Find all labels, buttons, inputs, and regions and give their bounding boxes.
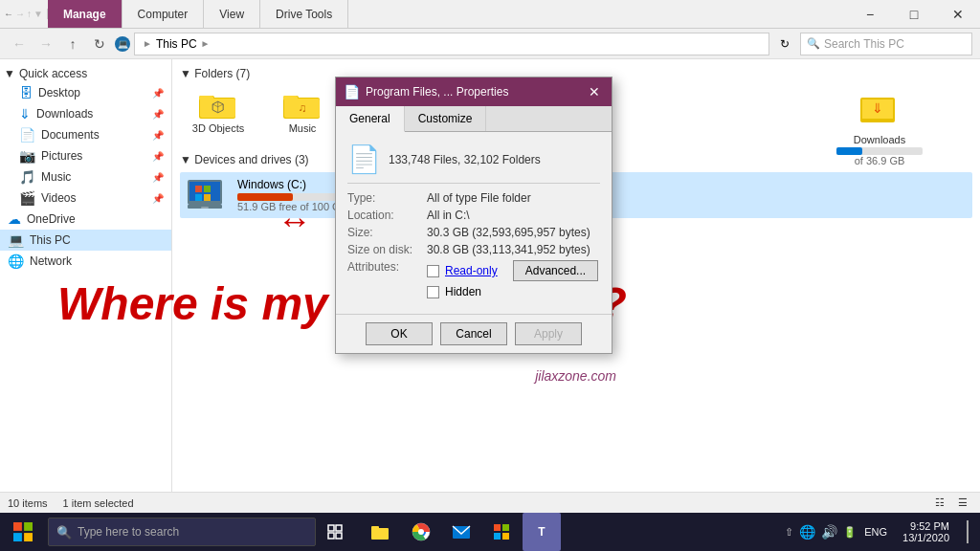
- svg-rect-27: [24, 533, 33, 541]
- svg-point-36: [418, 529, 424, 535]
- readonly-checkbox[interactable]: [427, 265, 439, 277]
- dialog-location-row: Location: All in C:\: [347, 209, 600, 222]
- dialog-overlay: 📄 Program Files, ... Properties ✕ Genera…: [0, 0, 980, 551]
- taskbar-chrome-icon[interactable]: [402, 513, 440, 551]
- taskbar-explorer-icon[interactable]: [362, 513, 400, 551]
- dialog-titlebar: 📄 Program Files, ... Properties ✕: [336, 77, 612, 106]
- tray-lang: ENG: [864, 526, 887, 538]
- svg-rect-33: [371, 526, 379, 530]
- svg-rect-26: [13, 533, 22, 541]
- chrome-icon: [412, 522, 431, 541]
- dialog-sizeondisk-row: Size on disk: 30.8 GB (33,113,341,952 by…: [347, 243, 600, 256]
- show-desktop-divider: [967, 520, 970, 543]
- start-button[interactable]: [0, 513, 46, 551]
- dialog-location-label: Location:: [347, 209, 419, 222]
- svg-rect-30: [328, 533, 334, 539]
- taskbar-search[interactable]: 🔍 Type here to search: [48, 518, 316, 546]
- network-tray-icon: 🌐: [799, 524, 815, 540]
- dialog-attributes: Read-only Advanced... Hidden: [427, 260, 598, 298]
- svg-rect-25: [24, 522, 33, 531]
- dialog-close-button[interactable]: ✕: [585, 84, 604, 99]
- dialog-size-row: Size: 30.3 GB (32,593,695,957 bytes): [347, 226, 600, 239]
- teams-letter: T: [538, 525, 545, 539]
- show-desktop-button[interactable]: [961, 513, 976, 551]
- dialog-file-icon: 📄: [347, 143, 381, 175]
- dialog-type-value: All of type File folder: [427, 191, 531, 205]
- battery-tray-icon: 🔋: [843, 526, 857, 539]
- windows-logo-icon: [13, 522, 33, 541]
- readonly-label[interactable]: Read-only: [445, 264, 498, 277]
- cancel-button[interactable]: Cancel: [440, 322, 507, 345]
- dialog-attr-label: Attributes:: [347, 260, 419, 298]
- dialog-attr-readonly: Read-only Advanced...: [427, 260, 598, 281]
- svg-rect-24: [13, 522, 22, 531]
- clock-date: 13/1/2020: [902, 532, 949, 543]
- dialog-buttons: OK Cancel Apply: [336, 314, 612, 353]
- dialog-title-icon: 📄: [344, 84, 360, 99]
- folder-icon: [371, 522, 390, 541]
- dialog-tab-general[interactable]: General: [336, 106, 405, 132]
- task-view-button[interactable]: [316, 513, 354, 551]
- svg-rect-38: [494, 524, 501, 531]
- dialog-sizeondisk-value: 30.8 GB (33,113,341,952 bytes): [427, 243, 590, 256]
- dialog-tab-customize[interactable]: Customize: [405, 106, 487, 131]
- task-view-icon: [327, 524, 343, 540]
- taskbar-search-icon: 🔍: [56, 525, 72, 540]
- dialog-location-value: All in C:\: [427, 209, 470, 222]
- svg-rect-41: [502, 533, 509, 540]
- taskbar-teams-icon[interactable]: T: [523, 513, 561, 551]
- apply-button[interactable]: Apply: [515, 322, 582, 345]
- svg-rect-39: [502, 524, 509, 531]
- taskbar: 🔍 Type here to search: [0, 513, 980, 551]
- dialog-size-label: Size:: [347, 226, 419, 239]
- clock-time: 9:52 PM: [902, 520, 949, 532]
- advanced-button[interactable]: Advanced...: [513, 260, 598, 281]
- taskbar-right: ⇧ 🌐 🔊 🔋 ENG 9:52 PM 13/1/2020: [785, 513, 980, 551]
- svg-rect-28: [328, 525, 334, 531]
- dialog-type-label: Type:: [347, 191, 419, 205]
- svg-rect-29: [336, 525, 342, 531]
- ok-button[interactable]: OK: [366, 322, 433, 345]
- hidden-label: Hidden: [445, 285, 481, 298]
- tray-up-arrow[interactable]: ⇧: [785, 526, 793, 539]
- dialog-tabs: General Customize: [336, 106, 612, 132]
- svg-rect-40: [494, 533, 501, 540]
- taskbar-clock[interactable]: 9:52 PM 13/1/2020: [895, 520, 957, 543]
- dialog-body: 📄 133,748 Files, 32,102 Folders Type: Al…: [336, 132, 612, 314]
- svg-rect-31: [336, 533, 342, 539]
- taskbar-search-text: Type here to search: [78, 525, 179, 539]
- dialog-attr-hidden: Hidden: [427, 285, 598, 298]
- system-tray: ⇧ 🌐 🔊 🔋: [785, 524, 857, 540]
- dialog-title: Program Files, ... Properties: [366, 85, 579, 99]
- dialog-sizeondisk-label: Size on disk:: [347, 243, 419, 256]
- dialog-type-row: Type: All of type File folder: [347, 191, 600, 205]
- dialog-attr-row: Attributes: Read-only Advanced... Hidden: [347, 260, 600, 298]
- dialog-file-info: 133,748 Files, 32,102 Folders: [389, 153, 541, 166]
- hidden-checkbox[interactable]: [427, 286, 439, 298]
- volume-tray-icon: 🔊: [821, 524, 837, 540]
- properties-dialog: 📄 Program Files, ... Properties ✕ Genera…: [335, 77, 612, 354]
- taskbar-mail-icon[interactable]: [442, 513, 480, 551]
- store-icon: [492, 522, 511, 541]
- taskbar-store-icon[interactable]: [482, 513, 521, 551]
- dialog-file-row: 📄 133,748 Files, 32,102 Folders: [347, 143, 600, 184]
- taskbar-pinned-icons: T: [362, 513, 561, 551]
- dialog-size-value: 30.3 GB (32,593,695,957 bytes): [427, 226, 590, 239]
- mail-icon: [452, 522, 471, 541]
